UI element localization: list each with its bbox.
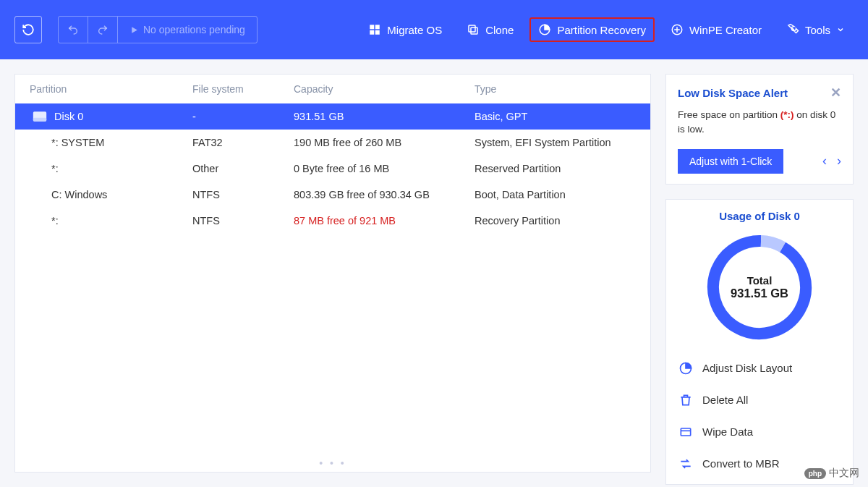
svg-rect-5 [469, 25, 475, 32]
svg-rect-14 [681, 428, 690, 436]
content-area: Partition File system Capacity Type Disk… [0, 59, 868, 487]
watermark-badge: php [804, 468, 826, 479]
partition-name: *: [51, 163, 59, 174]
usage-card: Usage of Disk 0 Total 931.51 GB [665, 199, 854, 485]
resize-handle[interactable]: • • • [15, 454, 650, 472]
svg-rect-1 [375, 25, 380, 29]
partition-recovery-button[interactable]: Partition Recovery [529, 17, 655, 42]
play-icon [129, 25, 139, 35]
wipe-data-button[interactable]: Wipe Data [678, 425, 841, 439]
migrate-os-label: Migrate OS [387, 24, 442, 36]
svg-rect-2 [370, 30, 375, 35]
migrate-icon [368, 23, 381, 36]
svg-rect-3 [375, 30, 380, 35]
action-label: Delete All [702, 394, 748, 406]
close-alert-button[interactable]: ✕ [830, 85, 841, 101]
undo-icon [67, 24, 79, 35]
usage-donut-chart: Total 931.51 GB [702, 229, 817, 345]
no-operations-label: No operations pending [143, 24, 245, 35]
watermark: php 中文网 [804, 467, 859, 480]
undo-button[interactable] [59, 17, 88, 43]
chevron-down-icon [836, 25, 845, 34]
delete-all-button[interactable]: Delete All [678, 393, 841, 407]
action-label: Convert to MBR [702, 457, 780, 470]
winpe-icon [671, 23, 684, 36]
partition-row[interactable]: *: NTFS 87 MB free of 921 MB Recovery Pa… [15, 208, 650, 234]
clone-button[interactable]: Clone [458, 17, 522, 42]
header-fs: File system [192, 83, 294, 95]
disk-icon [33, 111, 47, 122]
alert-body-highlight: (*:) [780, 109, 794, 120]
wrench-icon [786, 23, 799, 36]
partition-type: Recovery Partition [475, 215, 636, 226]
partition-type: Boot, Data Partition [475, 189, 636, 200]
side-panel: Low Disk Space Alert ✕ Free space on par… [665, 74, 854, 473]
alert-nav: ‹ › [822, 153, 841, 169]
operations-group: No operations pending [58, 16, 258, 43]
tools-label: Tools [805, 24, 830, 36]
partition-capacity: 190 MB free of 260 MB [294, 137, 475, 148]
disk-fs: - [192, 111, 294, 122]
winpe-label: WinPE Creator [689, 24, 762, 36]
svg-rect-9 [33, 118, 46, 122]
partition-name: *: SYSTEM [51, 137, 104, 148]
partition-name: *: [51, 215, 59, 226]
convert-icon [678, 457, 693, 471]
partition-capacity: 0 Byte free of 16 MB [294, 163, 475, 174]
alert-prev-button[interactable]: ‹ [822, 153, 827, 169]
migrate-os-button[interactable]: Migrate OS [359, 17, 451, 42]
clone-icon [467, 23, 480, 36]
toolbar-left-group: No operations pending [14, 16, 258, 43]
alert-body: Free space on partition (*:) on disk 0 i… [678, 108, 841, 137]
redo-icon [97, 24, 109, 35]
partition-fs: Other [192, 163, 294, 174]
disk-row[interactable]: Disk 0 - 931.51 GB Basic, GPT [15, 103, 650, 130]
adjust-disk-layout-button[interactable]: Adjust Disk Layout [678, 361, 841, 376]
low-disk-space-alert: Low Disk Space Alert ✕ Free space on par… [665, 74, 854, 185]
apply-button[interactable]: No operations pending [118, 17, 257, 43]
pie-icon [678, 361, 693, 376]
header-capacity: Capacity [294, 83, 475, 95]
action-label: Wipe Data [702, 425, 753, 438]
partition-recovery-icon [538, 23, 551, 36]
alert-body-prefix: Free space on partition [678, 109, 780, 120]
partition-row[interactable]: *: Other 0 Byte free of 16 MB Reserved P… [15, 156, 650, 182]
trash-icon [678, 393, 693, 407]
partition-recovery-label: Partition Recovery [557, 24, 646, 36]
winpe-creator-button[interactable]: WinPE Creator [662, 17, 770, 42]
alert-next-button[interactable]: › [837, 153, 841, 169]
toolbar-right-group: Migrate OS Clone Partition Recovery WinP… [359, 17, 854, 42]
wipe-icon [678, 425, 693, 439]
header-type: Type [475, 83, 636, 95]
usage-title: Usage of Disk 0 [678, 210, 841, 222]
refresh-icon [22, 23, 35, 36]
svg-rect-4 [471, 27, 477, 34]
partition-type: System, EFI System Partition [475, 137, 636, 148]
disk-name: Disk 0 [54, 111, 83, 122]
clone-label: Clone [485, 24, 514, 36]
partition-row[interactable]: C: Windows NTFS 803.39 GB free of 930.34… [15, 182, 650, 208]
refresh-button[interactable] [14, 16, 42, 43]
partition-fs: FAT32 [192, 137, 294, 148]
donut-total-label: Total [731, 274, 788, 287]
partition-type: Reserved Partition [475, 163, 636, 174]
adjust-1click-button[interactable]: Adjust with 1-Click [678, 149, 783, 174]
disk-type: Basic, GPT [475, 111, 636, 122]
header-partition: Partition [30, 83, 192, 95]
alert-title-text: Low Disk Space Alert [678, 87, 788, 99]
disk-capacity: 931.51 GB [294, 111, 475, 122]
partition-name: C: Windows [51, 189, 107, 200]
action-label: Adjust Disk Layout [702, 362, 792, 374]
tools-button[interactable]: Tools [778, 17, 854, 42]
redo-button[interactable] [88, 17, 118, 43]
partition-fs: NTFS [192, 189, 294, 200]
partition-capacity-low: 87 MB free of 921 MB [294, 215, 475, 226]
disk-action-list: Adjust Disk Layout Delete All Wipe Data … [678, 358, 841, 474]
top-toolbar: No operations pending Migrate OS Clone P… [0, 0, 868, 59]
svg-rect-0 [370, 25, 375, 29]
partition-table-panel: Partition File system Capacity Type Disk… [14, 74, 651, 473]
partition-capacity: 803.39 GB free of 930.34 GB [294, 189, 475, 200]
watermark-text: 中文网 [829, 467, 859, 480]
partition-row[interactable]: *: SYSTEM FAT32 190 MB free of 260 MB Sy… [15, 130, 650, 156]
table-header-row: Partition File system Capacity Type [15, 75, 650, 103]
